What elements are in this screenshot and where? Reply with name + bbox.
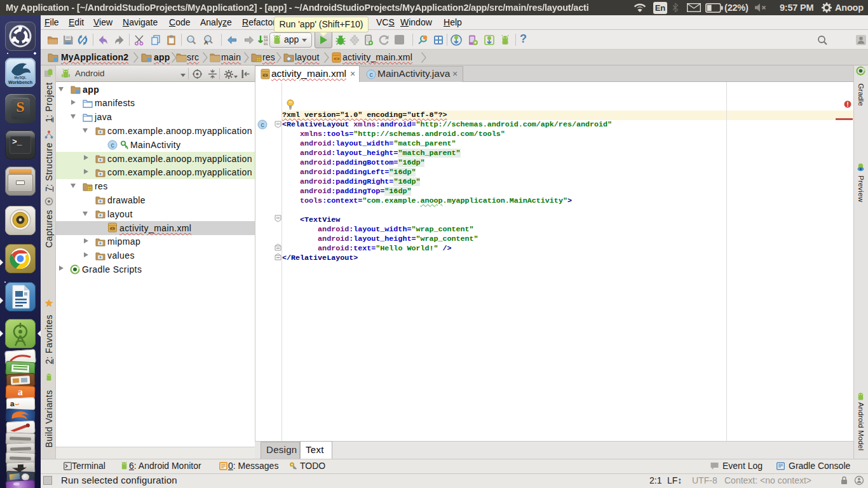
- svg-text:MySQL: MySQL: [15, 76, 27, 79]
- svg-text:c: c: [369, 71, 372, 78]
- svg-text:01: 01: [264, 42, 268, 46]
- svg-text:c: c: [111, 141, 114, 149]
- svg-text:<>: <>: [110, 227, 115, 231]
- svg-text:A: A: [204, 39, 208, 46]
- svg-text:<>: <>: [262, 73, 268, 78]
- svg-text:<>: <>: [334, 56, 340, 62]
- svg-text:c: c: [261, 121, 264, 128]
- svg-text:Workbench: Workbench: [8, 80, 32, 85]
